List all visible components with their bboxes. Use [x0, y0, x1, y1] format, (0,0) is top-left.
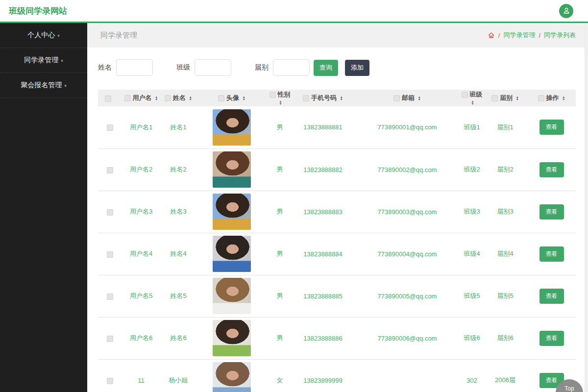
top-header: 班级同学录网站 [0, 0, 588, 23]
cell-email: 773890006@qq.com [354, 317, 461, 359]
home-icon[interactable] [488, 32, 495, 39]
column-label: 届别 [500, 94, 513, 101]
row-checkbox[interactable] [107, 378, 113, 384]
sort-desc-glyph: ▼ [471, 103, 474, 105]
column-header[interactable]: 届别 ▲▼ [483, 90, 527, 106]
header-checkbox[interactable] [303, 95, 309, 101]
sidebar-item-party-signup-management[interactable]: 聚会报名管理 ▾ [0, 73, 87, 98]
sidebar: 个人中心 ▾ 同学录管理 ▾ 聚会报名管理 ▾ [0, 23, 87, 392]
header-checkbox[interactable] [105, 96, 111, 102]
column-header[interactable]: 操作 ▲▼ [527, 90, 576, 106]
cell-avatar [196, 191, 268, 233]
header-checkbox[interactable] [491, 95, 498, 101]
table-row: 用户名2 姓名2 男 13823888882 773890002@qq.com … [98, 148, 576, 191]
avatar-photo [213, 109, 251, 146]
view-button[interactable]: 查看 [539, 120, 564, 135]
name-field-group: 姓名 [98, 59, 153, 76]
view-button[interactable]: 查看 [539, 246, 564, 262]
sidebar-item-personal-center[interactable]: 个人中心 ▾ [0, 23, 87, 48]
cell-class: 班级2 [461, 148, 483, 191]
column-header[interactable]: 姓名 ▲▼ [161, 90, 196, 106]
column-header[interactable]: 邮箱 ▲▼ [354, 90, 461, 106]
cell-username: 用户名3 [122, 191, 161, 233]
column-header[interactable]: 班级 ▲▼ [461, 90, 483, 106]
cell-email [354, 359, 461, 392]
column-label: 邮箱 [402, 94, 415, 101]
breadcrumb-link-alumni-list[interactable]: 同学录列表 [544, 31, 576, 40]
view-button[interactable]: 查看 [539, 204, 564, 220]
cell-username: 用户名2 [122, 148, 161, 191]
row-checkbox[interactable] [107, 209, 113, 216]
column-header[interactable] [98, 90, 122, 106]
cell-action: 查看 [527, 317, 576, 359]
view-button[interactable]: 查看 [539, 289, 564, 304]
column-header[interactable]: 用户名 ▲▼ [122, 90, 161, 106]
cell-name: 姓名1 [161, 106, 196, 148]
cell-name: 姓名5 [161, 275, 196, 317]
sidebar-item-alumni-management[interactable]: 同学录管理 ▾ [0, 48, 87, 73]
cell-phone: 13823888885 [292, 275, 354, 317]
add-button[interactable]: 添加 [345, 60, 369, 76]
sort-icon: ▲▼ [562, 96, 565, 101]
cell-action: 查看 [527, 148, 576, 191]
class-input[interactable] [195, 59, 231, 76]
cell-gender: 女 [268, 359, 292, 392]
name-field-label: 姓名 [98, 63, 112, 72]
cell-name: 姓名4 [161, 233, 196, 275]
site-title: 班级同学录网站 [9, 5, 67, 17]
row-checkbox[interactable] [107, 124, 113, 131]
column-header[interactable]: 性别 ▲▼ [268, 90, 292, 106]
grade-input[interactable] [273, 59, 310, 76]
cell-gender: 男 [268, 191, 292, 233]
user-avatar-button[interactable] [559, 4, 573, 18]
table-header-row: 用户名 ▲▼ 姓名 ▲▼ 头像 ▲▼ 性别 ▲▼ 手机号码 ▲▼ 邮箱 ▲▼ 班… [98, 90, 576, 106]
row-checkbox[interactable] [107, 167, 113, 173]
column-label: 操作 [546, 94, 559, 101]
column-header[interactable]: 手机号码 ▲▼ [292, 90, 354, 106]
cell-action: 查看 [527, 191, 576, 233]
content-area: 姓名 班级 届别 查询 添加 [87, 59, 588, 392]
column-header[interactable]: 头像 ▲▼ [196, 90, 268, 106]
user-icon [563, 7, 570, 15]
header-checkbox[interactable] [393, 95, 400, 101]
cell-username: 用户名4 [122, 233, 161, 275]
header-checkbox[interactable] [218, 95, 224, 101]
cell-checkbox [98, 233, 122, 275]
cell-username: 用户名6 [122, 317, 161, 359]
sort-desc-glyph: ▼ [516, 98, 519, 101]
header-checkbox[interactable] [165, 95, 171, 101]
table-row: 用户名3 姓名3 男 13823888883 773890003@qq.com … [98, 191, 576, 233]
query-button[interactable]: 查询 [314, 60, 338, 76]
cell-action: 查看 [527, 275, 576, 317]
caret-down-icon: ▾ [64, 83, 67, 88]
cell-class: 班级4 [461, 233, 483, 275]
cell-email: 773890004@qq.com [354, 233, 461, 275]
cell-avatar [196, 275, 268, 317]
row-checkbox[interactable] [107, 294, 113, 300]
cell-grade: 2006届 [483, 359, 527, 392]
cell-checkbox [98, 106, 122, 148]
class-field-label: 班级 [176, 63, 190, 72]
avatar-photo [213, 320, 251, 356]
view-button[interactable]: 查看 [539, 331, 564, 346]
cell-grade: 届别1 [483, 106, 527, 148]
column-label: 班级 [469, 91, 482, 98]
cell-gender: 男 [268, 317, 292, 359]
header-checkbox[interactable] [124, 95, 131, 101]
cell-class: 302 [461, 359, 483, 392]
sort-desc-glyph: ▼ [562, 98, 565, 101]
breadcrumb-separator: / [539, 32, 540, 39]
column-label: 手机号码 [311, 94, 337, 101]
header-checkbox[interactable] [538, 95, 544, 101]
name-input[interactable] [116, 59, 153, 76]
header-checkbox[interactable] [462, 92, 468, 98]
row-checkbox[interactable] [107, 336, 113, 342]
view-button[interactable]: 查看 [539, 162, 564, 177]
breadcrumb-link-alumni-management[interactable]: 同学录管理 [503, 31, 535, 40]
header-checkbox[interactable] [270, 92, 276, 98]
scrollbar-track[interactable] [585, 23, 588, 392]
column-label: 姓名 [173, 94, 186, 101]
sort-desc-glyph: ▼ [243, 98, 245, 101]
avatar-photo [213, 151, 251, 188]
row-checkbox[interactable] [107, 251, 113, 258]
